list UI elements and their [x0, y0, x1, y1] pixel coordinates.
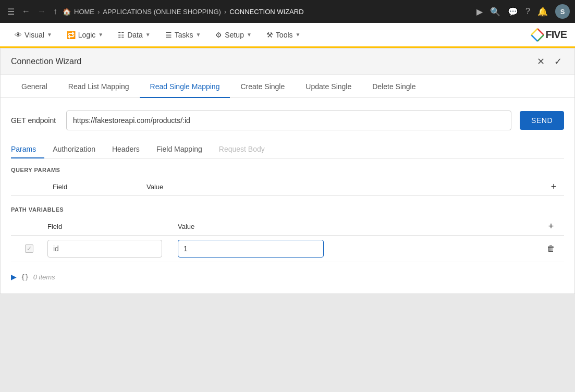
data-icon: ☷: [118, 31, 125, 39]
qp-add-col: +: [543, 181, 564, 192]
qp-field-col: Field: [11, 183, 146, 191]
json-icon: {}: [21, 273, 29, 281]
toolbar-tools-label: Tools: [276, 31, 293, 39]
tab-read-list[interactable]: Read List Mapping: [58, 75, 140, 98]
setup-icon: ⚙: [215, 31, 222, 39]
sub-tab-request-body: Request Body: [211, 141, 273, 158]
send-button[interactable]: SEND: [520, 111, 564, 130]
wizard-header-actions: ✕ ✓: [535, 55, 564, 68]
back-icon[interactable]: ←: [20, 5, 32, 18]
wizard-panel: Connection Wizard ✕ ✓ General Read List …: [0, 48, 575, 294]
breadcrumb: 🏠 HOME › APPLICATIONS (ONLINE SHOPPING) …: [63, 8, 304, 16]
visual-chevron: ▼: [47, 32, 52, 38]
search-icon[interactable]: 🔍: [490, 7, 500, 17]
sub-tab-field-mapping[interactable]: Field Mapping: [148, 141, 211, 158]
help-icon[interactable]: ?: [525, 7, 530, 16]
breadcrumb-home[interactable]: HOME: [74, 8, 94, 16]
query-params-table-header: Field Value +: [11, 178, 564, 196]
wizard-title: Connection Wizard: [11, 57, 81, 66]
svg-line-4: [531, 29, 537, 35]
navbar-right: ▶ 🔍 💬 ? 🔔 S: [476, 4, 570, 19]
json-items-count: 0 items: [33, 273, 55, 281]
tab-create-single[interactable]: Create Single: [230, 75, 295, 98]
eye-icon: 👁: [15, 31, 22, 39]
toolbar-logic-label: Logic: [78, 31, 95, 39]
toolbar: 👁 Visual ▼ 🔁 Logic ▼ ☷ Data ▼ ☰ Tasks ▼ …: [0, 23, 575, 48]
logic-icon: 🔁: [67, 31, 76, 39]
up-icon[interactable]: ↑: [51, 5, 59, 18]
tab-general[interactable]: General: [11, 75, 58, 98]
toolbar-visual-label: Visual: [25, 31, 44, 39]
tools-chevron: ▼: [296, 32, 301, 38]
confirm-button[interactable]: ✓: [552, 55, 564, 68]
row-checkbox[interactable]: ✓: [25, 244, 33, 253]
toolbar-data[interactable]: ☷ Data ▼: [112, 28, 156, 42]
five-logo: FIVE: [530, 28, 567, 42]
json-result: ▶ {} 0 items: [11, 273, 564, 281]
tools-icon: ⚒: [266, 31, 273, 39]
path-variables-table: Field Value + ✓: [11, 218, 564, 262]
setup-chevron: ▼: [247, 32, 252, 38]
tasks-chevron: ▼: [195, 32, 201, 38]
hamburger-icon[interactable]: ☰: [5, 5, 17, 19]
main-area: Connection Wizard ✕ ✓ General Read List …: [0, 48, 575, 392]
delete-row-button[interactable]: 🗑: [547, 244, 555, 253]
toolbar-setup-label: Setup: [225, 31, 244, 39]
navbar: ☰ ← → ↑ 🏠 HOME › APPLICATIONS (ONLINE SH…: [0, 0, 575, 23]
sub-tabs: Params Authorization Headers Field Mappi…: [11, 141, 564, 158]
table-row: ✓ 🗑: [11, 236, 564, 262]
navbar-left: ☰ ← → ↑ 🏠 HOME › APPLICATIONS (ONLINE SH…: [5, 5, 476, 19]
wizard-tabs: General Read List Mapping Read Single Ma…: [1, 75, 574, 98]
breadcrumb-sep-2: ›: [224, 8, 226, 16]
chat-icon[interactable]: 💬: [508, 7, 518, 17]
breadcrumb-wizard[interactable]: CONNECTION WIZARD: [229, 8, 303, 16]
home-icon: 🏠: [63, 8, 71, 16]
query-params-table: Field Value +: [11, 178, 564, 196]
sub-tab-headers[interactable]: Headers: [104, 141, 148, 158]
toolbar-tasks[interactable]: ☰ Tasks ▼: [159, 28, 207, 42]
endpoint-row: GET endpoint SEND: [11, 111, 564, 130]
sub-tab-authorization[interactable]: Authorization: [44, 141, 104, 158]
tab-update-single[interactable]: Update Single: [295, 75, 362, 98]
play-icon[interactable]: ▶: [476, 7, 483, 17]
avatar[interactable]: S: [555, 4, 570, 19]
pv-field-col: Field: [47, 223, 178, 230]
endpoint-input[interactable]: [66, 111, 511, 130]
sub-tab-params[interactable]: Params: [11, 141, 44, 158]
forward-icon[interactable]: →: [35, 5, 48, 18]
breadcrumb-sep-1: ›: [97, 8, 100, 16]
logic-chevron: ▼: [98, 32, 103, 38]
path-table-header: Field Value +: [11, 218, 564, 236]
svg-line-1: [537, 29, 544, 35]
json-expand-toggle[interactable]: ▶: [11, 273, 17, 281]
pv-add-button[interactable]: +: [548, 221, 554, 231]
toolbar-tools[interactable]: ⚒ Tools ▼: [260, 28, 307, 42]
wizard-content: GET endpoint SEND Params Authorization H…: [1, 98, 574, 293]
field-input[interactable]: [47, 240, 162, 258]
five-logo-text: FIVE: [546, 29, 567, 41]
tab-delete-single[interactable]: Delete Single: [362, 75, 426, 98]
data-chevron: ▼: [145, 32, 151, 38]
value-input[interactable]: [178, 240, 324, 258]
svg-line-2: [537, 35, 544, 41]
pv-value-col: Value: [178, 223, 538, 230]
tab-read-single[interactable]: Read Single Mapping: [140, 75, 230, 98]
query-params-header: QUERY PARAMS: [11, 167, 564, 173]
toolbar-visual[interactable]: 👁 Visual ▼: [8, 28, 58, 42]
qp-value-col: Value: [146, 183, 543, 191]
wizard-header: Connection Wizard ✕ ✓: [1, 48, 574, 75]
breadcrumb-app[interactable]: APPLICATIONS (ONLINE SHOPPING): [103, 8, 221, 16]
svg-marker-0: [531, 29, 544, 41]
toolbar-logic[interactable]: 🔁 Logic ▼: [60, 28, 109, 42]
tasks-icon: ☰: [165, 31, 172, 39]
five-logo-icon: [530, 28, 545, 42]
notification-icon[interactable]: 🔔: [537, 7, 548, 17]
endpoint-label: GET endpoint: [11, 116, 58, 125]
toolbar-tasks-label: Tasks: [175, 31, 193, 39]
close-button[interactable]: ✕: [535, 55, 547, 68]
svg-line-3: [531, 35, 537, 41]
qp-add-button[interactable]: +: [551, 181, 557, 192]
toolbar-setup[interactable]: ⚙ Setup ▼: [209, 28, 258, 42]
toolbar-data-label: Data: [127, 31, 143, 39]
path-variables-header: PATH VARIABLES: [11, 206, 564, 213]
